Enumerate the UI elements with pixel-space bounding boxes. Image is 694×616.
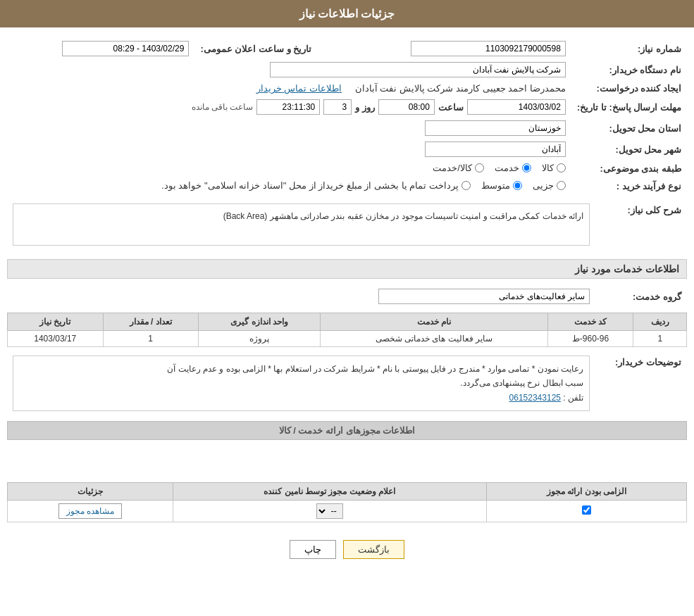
service-group-table: گروه خدمت:	[7, 286, 687, 307]
cell-unit: پروژه	[198, 331, 320, 347]
permit-details-cell: مشاهده مجوز	[8, 501, 173, 522]
category-label-both: کالا/خدمت	[433, 163, 472, 173]
view-permit-button[interactable]: مشاهده مجوز	[58, 503, 122, 519]
category-option-khedmat[interactable]: خدمت	[495, 163, 531, 173]
buyer-notes-text2: سبب ابطال نرخ پیشنهادی می‌گردد.	[19, 376, 583, 390]
deadline-remaining-input	[256, 99, 320, 115]
need-number-label: شماره نیاز:	[571, 38, 687, 59]
cell-code: 960-96-ط	[547, 331, 633, 347]
cell-qty: 1	[103, 331, 198, 347]
creator-contact-link[interactable]: اطلاعات تماس خریدار	[256, 83, 342, 94]
page-header: جزئیات اطلاعات نیاز	[0, 0, 694, 27]
service-info-title: اطلاعات خدمات مورد نیاز	[7, 259, 687, 279]
permit-required-checkbox[interactable]	[582, 505, 591, 515]
purchase-radio-jozi[interactable]	[557, 181, 566, 190]
permit-status-cell: --	[173, 501, 486, 522]
col-header-name: نام خدمت	[321, 313, 547, 331]
service-group-input	[378, 289, 590, 304]
category-radio-kala[interactable]	[557, 163, 566, 172]
table-row: 1 960-96-ط سایر فعالیت های خدماتی شخصی پ…	[8, 331, 687, 347]
spacer	[7, 447, 687, 482]
back-button[interactable]: بازگشت	[343, 540, 404, 559]
deadline-days-label: روز و	[355, 102, 375, 113]
province-label: استان محل تحویل:	[571, 118, 687, 139]
deadline-label: مهلت ارسال پاسخ: تا تاریخ:	[571, 96, 687, 118]
purchase-label-motovaset: متوسط	[481, 180, 510, 191]
phone-value: 06152343125	[509, 393, 561, 403]
buyer-notes-phone: تلفن : 06152343125	[19, 391, 583, 405]
buyer-notes-text1: رعایت نمودن * تمامی موارد * مندرج در فای…	[19, 362, 583, 376]
purchase-type-radio-group: جزیی متوسط پرداخت تمام یا بخشی از مبلغ خ…	[161, 180, 566, 191]
category-option-kala[interactable]: کالا	[542, 163, 566, 173]
city-label: شهر محل تحویل:	[571, 139, 687, 160]
category-label-khedmat: خدمت	[495, 163, 519, 173]
permit-section-title: اطلاعات مجوزهای ارائه خدمت / کالا	[7, 421, 687, 440]
buyer-notes-box: رعایت نمودن * تمامی موارد * مندرج در فای…	[13, 356, 590, 411]
need-number-input	[411, 41, 566, 56]
buyer-notes-label: توضیحات خریدار:	[595, 353, 687, 414]
service-group-label: گروه خدمت:	[595, 286, 687, 307]
col-header-row: ردیف	[633, 313, 687, 331]
col-header-date: تاریخ نیاز	[8, 313, 104, 331]
category-radio-both[interactable]	[475, 163, 484, 172]
cell-name: سایر فعالیت های خدماتی شخصی	[321, 331, 547, 347]
need-desc-table: شرح کلی نیاز: ارائه خدمات کمکی مراقبت و …	[7, 201, 687, 252]
permit-col-details: جزئیات	[8, 483, 173, 501]
need-desc-box: ارائه خدمات کمکی مراقبت و امنیت تاسیسات …	[13, 203, 590, 246]
purchase-type-jozi[interactable]: جزیی	[533, 180, 566, 191]
permit-col-required: الزامی بودن ارائه مجوز	[486, 483, 686, 501]
purchase-radio-full[interactable]	[461, 181, 471, 190]
col-header-qty: تعداد / مقدار	[103, 313, 198, 331]
buyer-station-input	[270, 62, 566, 77]
purchase-radio-motovaset[interactable]	[513, 181, 522, 190]
phone-label: تلفن :	[563, 393, 583, 403]
need-desc-label: شرح کلی نیاز:	[595, 201, 687, 252]
announce-input	[62, 41, 189, 56]
province-input	[425, 120, 566, 136]
cell-row: 1	[633, 331, 687, 347]
purchase-label-full: پرداخت تمام یا بخشی از مبلغ خریداز از مح…	[161, 180, 459, 191]
cell-date: 1403/03/17	[8, 331, 104, 347]
permit-required-cell	[486, 501, 686, 522]
purchase-type-full[interactable]: پرداخت تمام یا بخشی از مبلغ خریداز از مح…	[161, 180, 471, 191]
services-table: ردیف کد خدمت نام خدمت واحد اندازه گیری ت…	[7, 313, 687, 347]
permit-status-select[interactable]: --	[316, 503, 343, 519]
purchase-type-label: نوع فرآیند خرید :	[571, 177, 687, 195]
footer-buttons: بازگشت چاپ	[7, 529, 687, 570]
category-radio-group: کالا خدمت کالا/خدمت	[433, 163, 566, 173]
creator-value: محمدرضا احمد جعیبی کارمند شرکت پالایش نف…	[355, 83, 566, 94]
purchase-type-motovaset[interactable]: متوسط	[481, 180, 522, 191]
deadline-remaining-label: ساعت باقی مانده	[192, 102, 254, 112]
deadline-time-input	[378, 99, 435, 115]
category-option-both[interactable]: کالا/خدمت	[433, 163, 484, 173]
announce-label: تاریخ و ساعت اعلان عمومی:	[194, 38, 317, 59]
category-radio-khedmat[interactable]	[522, 163, 531, 172]
main-info-table: شماره نیاز: تاریخ و ساعت اعلان عمومی: نا…	[7, 38, 687, 195]
deadline-date-input	[467, 99, 566, 115]
creator-label: ایجاد کننده درخواست:	[571, 80, 687, 96]
print-button[interactable]: چاپ	[290, 540, 336, 559]
city-input	[425, 142, 566, 157]
category-label: طبقه بندی موضوعی:	[571, 160, 687, 177]
buyer-station-label: نام دستگاه خریدار:	[571, 59, 687, 80]
permit-col-status: اعلام وضعیت مجوز توسط نامین کننده	[173, 483, 486, 501]
need-desc-text: ارائه خدمات کمکی مراقبت و امنیت تاسیسات …	[223, 211, 583, 221]
category-label-kala: کالا	[542, 163, 554, 173]
col-header-code: کد خدمت	[547, 313, 633, 331]
buyer-notes-table: توضیحات خریدار: رعایت نمودن * تمامی موار…	[7, 353, 687, 414]
permit-table: الزامی بودن ارائه مجوز اعلام وضعیت مجوز …	[7, 482, 687, 522]
col-header-unit: واحد اندازه گیری	[198, 313, 320, 331]
deadline-time-label: ساعت	[438, 102, 464, 113]
purchase-label-jozi: جزیی	[533, 180, 554, 191]
list-item: -- مشاهده مجوز	[8, 501, 687, 522]
page-title: جزئیات اطلاعات نیاز	[299, 8, 395, 20]
deadline-days-input	[323, 99, 352, 115]
